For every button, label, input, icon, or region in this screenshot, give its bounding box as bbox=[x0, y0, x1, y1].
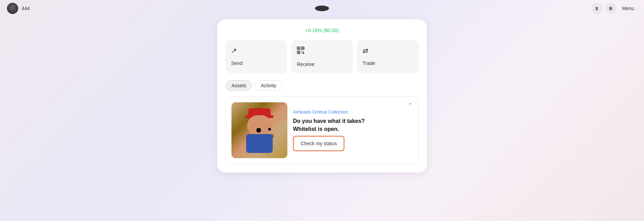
tab-assets[interactable]: Assets bbox=[226, 80, 252, 91]
svg-rect-9 bbox=[303, 52, 304, 54]
trade-button[interactable]: ⇄ Trade bbox=[357, 40, 418, 73]
eye-left bbox=[256, 128, 261, 133]
head bbox=[247, 115, 272, 136]
avatar[interactable] bbox=[7, 3, 18, 14]
nft-card: Airheads Ordinal Collection Do you have … bbox=[226, 96, 418, 164]
chevron-up-icon[interactable]: ⌃ bbox=[408, 102, 413, 108]
dollar-button[interactable]: $ bbox=[591, 3, 602, 14]
header: 444 $ B Menu bbox=[0, 0, 644, 17]
nft-collection-name: Airheads Ordinal Collection bbox=[293, 109, 413, 115]
action-row: ↗ Send Receive ⇄ bbox=[226, 40, 418, 73]
receive-button[interactable]: Receive bbox=[291, 40, 353, 73]
trade-label: Trade bbox=[363, 60, 375, 66]
trade-icon: ⇄ bbox=[363, 46, 368, 55]
main-card: +0.16% ($0.00) ↗ Send bbox=[217, 19, 427, 172]
avatar-image bbox=[7, 3, 18, 14]
tabs-row: Assets Activity bbox=[226, 80, 418, 91]
nft-description-line1: Do you have what it takes? bbox=[293, 118, 365, 124]
send-icon: ↗ bbox=[231, 46, 237, 55]
receive-label: Receive bbox=[297, 61, 315, 67]
eye-right bbox=[268, 128, 271, 131]
tab-activity[interactable]: Activity bbox=[255, 80, 282, 91]
logo-icon bbox=[315, 6, 329, 11]
svg-rect-3 bbox=[302, 47, 303, 49]
nft-description-line2: Whitelist is open. bbox=[293, 126, 339, 132]
header-left: 444 bbox=[7, 3, 30, 14]
menu-button[interactable]: Menu bbox=[619, 4, 637, 13]
svg-rect-8 bbox=[301, 52, 302, 53]
body bbox=[246, 134, 273, 153]
nft-figure bbox=[231, 102, 287, 158]
b-button[interactable]: B bbox=[605, 3, 616, 14]
svg-rect-1 bbox=[298, 47, 299, 49]
svg-rect-6 bbox=[301, 51, 302, 52]
header-right: $ B Menu bbox=[591, 3, 637, 14]
nft-figure-inner bbox=[242, 108, 277, 153]
user-name: 444 bbox=[22, 6, 30, 11]
send-button[interactable]: ↗ Send bbox=[226, 40, 287, 73]
price-change: +0.16% ($0.00) bbox=[226, 28, 418, 33]
send-label: Send bbox=[231, 60, 243, 66]
nft-content: Airheads Ordinal Collection Do you have … bbox=[293, 102, 413, 158]
svg-rect-5 bbox=[298, 52, 299, 53]
nft-image bbox=[231, 102, 287, 158]
header-center bbox=[315, 6, 329, 11]
nft-description: Do you have what it takes? Whitelist is … bbox=[293, 117, 413, 133]
check-status-button[interactable]: Check my status bbox=[293, 136, 344, 151]
svg-rect-7 bbox=[303, 51, 303, 52]
qr-icon bbox=[297, 46, 305, 56]
